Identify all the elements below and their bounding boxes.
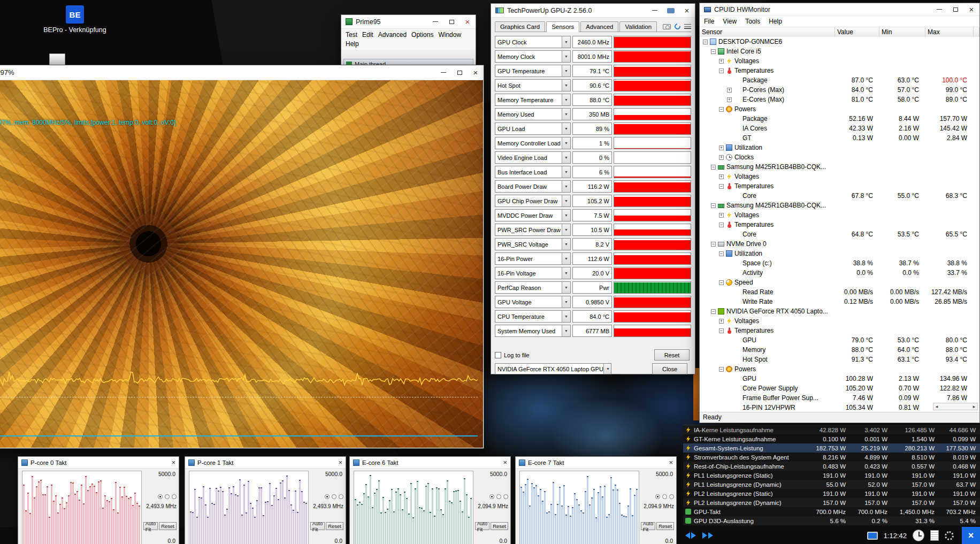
minimize-button[interactable] [931, 3, 947, 16]
tree-expand-icon[interactable]: − [719, 223, 724, 227]
menu-item[interactable]: Options [411, 31, 433, 39]
close-dialog-button[interactable]: Close [652, 363, 687, 374]
menu-item[interactable]: Advanced [378, 31, 407, 39]
column-header-sensor[interactable]: Sensor [700, 27, 835, 37]
radio-button[interactable] [655, 494, 660, 499]
tree-expand-icon[interactable]: − [711, 309, 716, 314]
minimize-button[interactable] [427, 15, 443, 28]
minimize-button[interactable] [435, 65, 451, 80]
chevron-down-icon[interactable]: ▼ [562, 311, 570, 322]
radio-button[interactable] [172, 494, 177, 499]
sensor-tree-row[interactable]: GPU 79.0 °C 53.0 °C 80.0 °C [700, 335, 979, 345]
sensor-tree-row[interactable]: Frame Buffer Power Sup... 7.46 W 0.09 W … [700, 393, 979, 403]
sensor-tree-row[interactable]: + Voltages [700, 316, 979, 326]
sensor-tree-row[interactable]: Write Rate 0.12 MB/s 0.00 MB/s 26.85 MB/… [700, 297, 979, 307]
tree-expand-icon[interactable]: − [719, 280, 724, 285]
desktop-shortcut-bepro[interactable]: BE BEPro - Verknüpfung [32, 5, 118, 34]
close-icon[interactable]: × [338, 458, 342, 466]
sensor-tree-row[interactable]: + P-Cores (Max) 84.0 °C 57.0 °C 99.0 °C [700, 85, 979, 95]
chevron-down-icon[interactable]: ▼ [562, 51, 570, 62]
maximize-button[interactable] [443, 15, 460, 28]
sensor-tree-row[interactable]: Memory 88.0 °C 64.0 °C 88.0 °C [700, 345, 979, 355]
sensor-select[interactable]: GPU Load ▼ [495, 122, 571, 135]
sensor-tree-row[interactable]: GPU 100.28 W 2.13 W 134.96 W [700, 374, 979, 384]
column-header-min[interactable]: Min [879, 27, 925, 37]
chevron-down-icon[interactable]: ▼ [562, 296, 570, 308]
sensor-tree-row[interactable]: Hot Spot 91.3 °C 63.1 °C 93.4 °C [700, 355, 979, 364]
chevron-down-icon[interactable]: ▼ [562, 80, 570, 91]
tree-expand-icon[interactable]: − [711, 242, 716, 247]
hwinfo-sensor-row[interactable]: PL1 Leistungsgrenze (Static) 191.0 W 191… [683, 471, 980, 480]
chevron-down-icon[interactable]: ▼ [562, 253, 570, 264]
notepad-tray-icon[interactable] [930, 530, 939, 541]
close-icon[interactable]: × [669, 458, 673, 466]
chevron-down-icon[interactable]: ▼ [562, 267, 570, 279]
sensor-tree-row[interactable]: − Temperatures [700, 181, 979, 191]
chevron-down-icon[interactable]: ▼ [562, 65, 570, 76]
close-tray-tile[interactable]: × [962, 527, 980, 544]
auto-fit-button[interactable]: Auto Fit [475, 522, 490, 530]
sensor-tree-row[interactable]: − NVMe Drive 0 [700, 239, 979, 249]
chevron-down-icon[interactable]: ▼ [562, 109, 570, 120]
radio-button[interactable] [165, 494, 170, 499]
radio-button[interactable] [325, 494, 330, 499]
chevron-down-icon[interactable]: ▼ [562, 94, 570, 105]
sensor-select[interactable]: Board Power Draw ▼ [495, 180, 571, 193]
menu-item[interactable]: View [723, 18, 737, 25]
tree-expand-icon[interactable]: − [719, 367, 724, 372]
reset-button[interactable]: Reset [491, 522, 508, 530]
tree-expand-icon[interactable]: + [719, 145, 724, 150]
sensor-select[interactable]: PerfCap Reason ▼ [495, 281, 571, 294]
sensor-select[interactable]: Bus Interface Load ▼ [495, 166, 571, 178]
tree-expand-icon[interactable]: + [727, 88, 732, 93]
hwinfo-sensor-row[interactable]: GPU-Takt 700.0 MHz 700.0 MHz 1,450.0 MHz… [683, 507, 980, 516]
tray-arrows-icon[interactable] [685, 532, 696, 539]
radio-button[interactable] [158, 494, 163, 499]
menu-item[interactable]: Window [438, 31, 461, 39]
sensor-select[interactable]: PWR_SRC Voltage ▼ [495, 238, 571, 250]
chevron-down-icon[interactable]: ▼ [562, 166, 570, 178]
sensor-tree-row[interactable]: + E-Cores (Max) 81.0 °C 58.0 °C 89.0 °C [700, 95, 979, 104]
close-button[interactable]: × [963, 3, 979, 16]
sensor-tree-row[interactable]: Read Rate 0.00 MB/s 0.00 MB/s 127.42 MB/… [700, 287, 979, 297]
sensor-tree-row[interactable]: − Powers [700, 364, 979, 374]
tree-expand-icon[interactable]: + [719, 59, 724, 64]
sensor-tree-row[interactable]: + Voltages [700, 172, 979, 181]
tree-expand-icon[interactable]: − [719, 107, 724, 112]
radio-button[interactable] [503, 494, 508, 499]
menu-icon[interactable] [684, 24, 691, 29]
sensor-select[interactable]: Memory Clock ▼ [495, 50, 571, 63]
chevron-down-icon[interactable]: ▼ [562, 325, 570, 336]
close-icon[interactable]: × [171, 458, 175, 466]
sensor-tree-row[interactable]: Core Power Supply 105.20 W 0.70 W 122.82… [700, 384, 979, 393]
reset-button[interactable]: Reset [159, 522, 177, 530]
reset-button[interactable]: Reset [326, 522, 343, 530]
sensor-select[interactable]: Video Engine Load ▼ [495, 151, 571, 164]
sensor-tree-row[interactable]: − Samsung M425R1GB4BB0-CQK... [700, 201, 979, 210]
gpuz-titlebar[interactable]: TechPowerUp GPU-Z 2.56.0 × [491, 4, 695, 18]
sensor-select[interactable]: MVDDC Power Draw ▼ [495, 209, 571, 221]
tree-expand-icon[interactable]: − [711, 203, 716, 208]
tree-expand-icon[interactable]: − [719, 251, 724, 256]
sensor-select[interactable]: CPU Temperature ▼ [495, 310, 571, 323]
radio-button[interactable] [669, 494, 674, 499]
sensor-tree-row[interactable]: − Utilization [700, 249, 979, 258]
menu-item[interactable]: Tools [745, 18, 760, 25]
chevron-down-icon[interactable]: ▼ [562, 282, 570, 293]
sensor-select[interactable]: Memory Temperature ▼ [495, 94, 571, 106]
tree-expand-icon[interactable]: + [719, 213, 724, 218]
chevron-down-icon[interactable]: ▼ [562, 224, 570, 235]
hwinfo-sensor-row[interactable]: Stromverbrauch des System Agent 8.216 W … [683, 453, 980, 462]
column-header-max[interactable]: Max [925, 27, 974, 37]
sensor-select[interactable]: Memory Controller Load ▼ [495, 137, 571, 149]
sensor-tree-row[interactable]: Core 67.8 °C 55.0 °C 68.3 °C [700, 191, 979, 201]
auto-fit-button[interactable]: Auto Fit [310, 522, 325, 530]
sensor-tree-row[interactable]: IA Cores 42.33 W 2.16 W 145.42 W [700, 124, 979, 133]
menu-item[interactable]: Help [769, 18, 782, 25]
menu-item[interactable]: Test [346, 31, 357, 39]
auto-fit-button[interactable]: Auto Fit [641, 522, 656, 530]
sensor-tree-row[interactable]: − Speed [700, 278, 979, 287]
prime95-titlebar[interactable]: Prime95 × [341, 15, 476, 29]
chevron-down-icon[interactable]: ▼ [562, 239, 570, 250]
chevron-down-icon[interactable]: ▼ [562, 123, 570, 134]
